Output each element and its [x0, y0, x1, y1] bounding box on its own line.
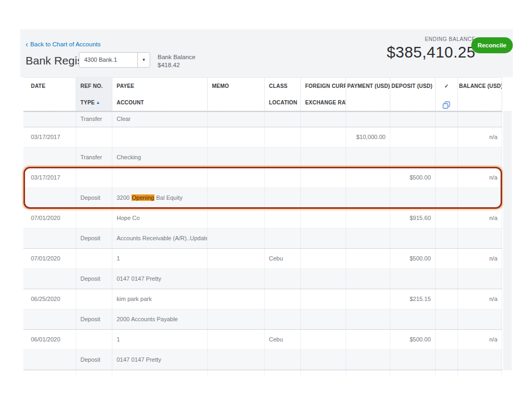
- search-highlight: Opening: [132, 194, 155, 201]
- deposit-cell: [390, 127, 436, 147]
- payee-cell: 1: [112, 330, 208, 349]
- transaction-rows: 03/17/2017$10,000.00n/aTransferChecking0…: [23, 127, 502, 370]
- ref-no-cell: [76, 127, 112, 147]
- date-cell: 06/01/2020: [23, 330, 76, 349]
- payment-cell: [346, 188, 390, 208]
- payee-cell: kim park park: [112, 289, 208, 309]
- type-cell: Deposit: [76, 310, 112, 329]
- balance-cell: n/a: [458, 127, 502, 147]
- memo-cell: [208, 127, 265, 147]
- transaction-row[interactable]: 07/01/20201Cebu$500.00n/aDeposit0147 014…: [23, 248, 502, 289]
- memo-column-header[interactable]: MEMO: [208, 78, 265, 94]
- table-header-row-1: DATE REF NO. PAYEE MEMO CLASS FOREIGN CU…: [23, 78, 502, 94]
- check-cell: [436, 229, 458, 248]
- check-cell: [436, 310, 458, 329]
- account-cell: 0147 0147 Pretty: [112, 350, 208, 370]
- balance-column-header[interactable]: BALANCE (USD): [458, 78, 502, 94]
- date-column-header[interactable]: DATE: [23, 78, 76, 94]
- type-column-header[interactable]: TYPE▴: [76, 94, 112, 111]
- refno-column-header[interactable]: REF NO.: [76, 78, 112, 94]
- deposit-cell: [390, 188, 436, 208]
- ending-balance-value: $385,410.25: [387, 44, 476, 61]
- payment-cell: [346, 330, 390, 349]
- memo-cell: [208, 310, 265, 329]
- class-cell: [265, 127, 301, 147]
- bank-balance-value: $418.42: [158, 61, 195, 69]
- memo-cell: [208, 229, 265, 248]
- account-cell: Clear: [112, 112, 208, 127]
- date-cell: [23, 112, 76, 127]
- date-cell: 07/01/2020: [23, 249, 76, 268]
- chevron-down-icon[interactable]: ▾: [137, 53, 150, 67]
- transaction-row[interactable]: 06/01/20201Cebu$500.00n/aDeposit0147 014…: [23, 329, 502, 370]
- deposit-cell: $500.00: [390, 249, 436, 268]
- memo-cell: [208, 112, 265, 127]
- type-cell: Transfer: [76, 148, 112, 167]
- payment-column-header[interactable]: PAYMENT (USD): [346, 78, 390, 94]
- balance-cell: n/a: [458, 289, 502, 309]
- reconcile-button[interactable]: Reconcile: [471, 37, 513, 53]
- transaction-row[interactable]: 03/17/2017$10,000.00n/aTransferChecking: [23, 127, 502, 167]
- ending-balance-block: ENDING BALANCE $385,410.25: [387, 36, 476, 61]
- location-cell: [265, 310, 301, 329]
- balance-cell: n/a: [458, 249, 502, 268]
- date-cell: [23, 310, 76, 329]
- transaction-row[interactable]: 06/25/2020kim park park$215.15n/aDeposit…: [23, 289, 502, 329]
- class-cell: Cebu: [265, 330, 301, 349]
- balance-cell: [458, 310, 502, 329]
- account-selector-dropdown[interactable]: 4300 Bank.1 ▾: [79, 52, 150, 68]
- payment-cell: [346, 168, 390, 188]
- deposit-cell: [390, 112, 436, 127]
- deposit-cell: [390, 350, 436, 370]
- bottom-partial-row: [23, 370, 502, 377]
- reconcile-check-column-header[interactable]: ✓: [436, 78, 458, 94]
- back-to-chart-of-accounts-link[interactable]: ‹Back to Chart of Accounts: [26, 40, 101, 48]
- copy-column-header[interactable]: [436, 94, 458, 111]
- payment-cell: [346, 269, 390, 289]
- deposit-cell: $500.00: [390, 330, 436, 349]
- partial-transaction-row[interactable]: Transfer Clear: [23, 112, 502, 127]
- account-cell: 2000 Accounts Payable: [112, 310, 208, 329]
- payee-column-header[interactable]: PAYEE: [112, 78, 208, 94]
- type-cell: Deposit: [76, 269, 112, 289]
- deposit-cell: [390, 310, 436, 329]
- deposit-cell: [390, 269, 436, 289]
- exchange-rate-cell: [301, 269, 346, 289]
- location-column-header[interactable]: LOCATION: [265, 94, 301, 111]
- date-cell: 03/17/2017: [23, 168, 76, 188]
- ref-no-cell: [76, 289, 112, 309]
- check-cell: [436, 148, 458, 167]
- table-header: DATE REF NO. PAYEE MEMO CLASS FOREIGN CU…: [23, 77, 502, 112]
- deposit-cell: $215.15: [390, 289, 436, 309]
- memo-cell: [208, 188, 265, 208]
- exchange-rate-column-header[interactable]: EXCHANGE RATE: [301, 94, 346, 111]
- deposit-cell: $500.00: [390, 168, 436, 188]
- transaction-row[interactable]: 07/01/2020Hope Co$915.60n/aDepositAccoun…: [23, 208, 502, 248]
- balance-cell: [458, 229, 502, 248]
- check-cell: [436, 269, 458, 289]
- date-cell: [23, 350, 76, 370]
- foreign-currency-column-header[interactable]: FOREIGN CURRENCY: [301, 78, 346, 94]
- class-column-header[interactable]: CLASS: [265, 78, 301, 94]
- account-column-header[interactable]: ACCOUNT: [112, 94, 208, 111]
- deposit-column-subheader: [390, 94, 436, 111]
- deposit-cell: [390, 148, 436, 167]
- check-cell: [436, 112, 458, 127]
- foreign-currency-cell: [301, 330, 346, 349]
- payee-cell: 1: [112, 249, 208, 268]
- deposit-cell: [390, 229, 436, 248]
- vertical-scrollbar[interactable]: [503, 111, 512, 370]
- balance-cell: [458, 148, 502, 167]
- register-table: DATE REF NO. PAYEE MEMO CLASS FOREIGN CU…: [23, 77, 502, 377]
- account-cell: 0147 0147 Pretty: [112, 269, 208, 289]
- deposit-column-header[interactable]: DEPOSIT (USD): [390, 78, 436, 94]
- table-header-row-2: TYPE▴ ACCOUNT LOCATION EXCHANGE RATE: [23, 94, 502, 111]
- account-cell: Checking: [112, 148, 208, 167]
- register-header-band: ‹Back to Chart of Accounts Bank Register…: [20, 29, 513, 77]
- check-cell: [436, 350, 458, 370]
- exchange-rate-cell: [301, 188, 346, 208]
- foreign-currency-cell: [301, 249, 346, 268]
- selected-transaction-row[interactable]: 03/17/2017$500.00n/aDeposit3200 Opening …: [23, 167, 502, 208]
- memo-cell: [208, 289, 265, 309]
- payment-cell: [346, 289, 390, 309]
